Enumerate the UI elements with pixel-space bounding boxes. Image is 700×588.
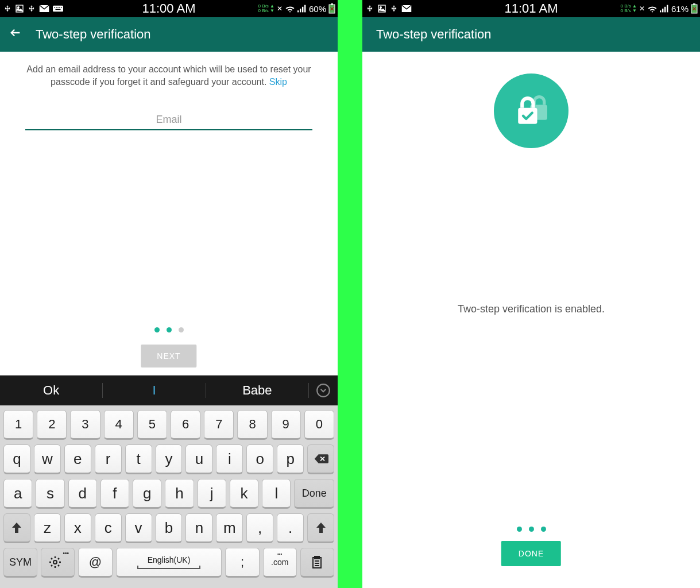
svg-point-17	[317, 384, 330, 397]
key-.[interactable]: .	[277, 513, 304, 543]
status-right-icons: 0 B/s ▲ 0 B/s ▼ ✕ 60% ✕	[258, 3, 338, 14]
key-7[interactable]: 7	[204, 410, 234, 440]
key-z[interactable]: z	[34, 513, 61, 543]
svg-point-18	[53, 560, 57, 564]
dot-1	[517, 527, 522, 532]
key-0[interactable]: 0	[304, 410, 334, 440]
success-icon	[494, 74, 568, 148]
key-u[interactable]: u	[185, 444, 212, 474]
key-x[interactable]: x	[64, 513, 91, 543]
status-right-icons-r: 0 B/s ▲ 0 B/s ▼ ✕ 61% ✕	[621, 3, 700, 14]
mail-icon	[401, 5, 412, 13]
key-j[interactable]: j	[198, 479, 226, 509]
key-5[interactable]: 5	[137, 410, 167, 440]
app-bar: Two-step verification	[0, 17, 338, 52]
status-left-icons-r	[362, 3, 412, 14]
key-1[interactable]: 1	[3, 410, 33, 440]
svg-rect-28	[662, 9, 663, 12]
key-c[interactable]: c	[95, 513, 122, 543]
key-6[interactable]: 6	[171, 410, 200, 440]
dot-2	[529, 527, 534, 532]
done-button[interactable]: DONE	[501, 541, 561, 566]
shift-key[interactable]	[307, 513, 334, 543]
status-time-r: 11:01 AM	[505, 1, 558, 16]
key-m[interactable]: m	[216, 513, 243, 543]
key-8[interactable]: 8	[237, 410, 267, 440]
suggestion-collapse[interactable]	[309, 383, 338, 398]
usb-icon	[366, 3, 374, 14]
back-icon[interactable]	[9, 26, 22, 42]
key-e[interactable]: e	[64, 444, 91, 474]
key-n[interactable]: n	[185, 513, 212, 543]
svg-rect-12	[302, 7, 303, 13]
key-d[interactable]: d	[68, 479, 97, 509]
clipboard-key[interactable]	[300, 548, 334, 578]
vibrate-icon: ✕	[277, 5, 283, 13]
page-indicator	[0, 327, 338, 332]
key-q[interactable]: q	[3, 444, 30, 474]
svg-rect-29	[664, 7, 666, 13]
key-2[interactable]: 2	[37, 410, 67, 440]
key-3[interactable]: 3	[70, 410, 100, 440]
key-;[interactable]: ;	[225, 548, 259, 578]
settings-key[interactable]: •••	[41, 548, 75, 578]
wifi-icon	[647, 5, 658, 13]
svg-rect-15	[331, 3, 333, 5]
dot-3	[179, 327, 184, 332]
phone-right: 11:01 AM 0 B/s ▲ 0 B/s ▼ ✕ 61% ✕ Two-ste…	[362, 0, 700, 588]
suggestion-1[interactable]: Ok	[0, 383, 103, 398]
battery-percent-r: 61%	[671, 4, 689, 14]
mail-icon	[39, 5, 49, 13]
suggestion-2[interactable]: I	[103, 383, 206, 398]
svg-rect-6	[57, 7, 59, 8]
key-s[interactable]: s	[36, 479, 64, 509]
svg-text:✕: ✕	[692, 6, 697, 12]
key-t[interactable]: t	[125, 444, 152, 474]
key-@[interactable]: @	[78, 548, 112, 578]
space-key[interactable]: English(UK)	[116, 548, 222, 578]
key-v[interactable]: v	[125, 513, 152, 543]
data-rate-r: 0 B/s ▲ 0 B/s ▼	[621, 4, 637, 13]
key-h[interactable]: h	[165, 479, 194, 509]
key-g[interactable]: g	[133, 479, 161, 509]
svg-point-25	[380, 7, 382, 9]
key-SYM[interactable]: SYM	[3, 548, 37, 578]
key-Done[interactable]: Done	[294, 479, 334, 509]
svg-rect-5	[56, 7, 57, 8]
key-l[interactable]: l	[262, 479, 291, 509]
usb-icon-2	[28, 3, 36, 14]
key-i[interactable]: i	[216, 444, 243, 474]
content-area-r: Two-step verification is enabled. DONE	[362, 52, 700, 588]
backspace-key[interactable]	[307, 444, 334, 474]
key-w[interactable]: w	[34, 444, 61, 474]
svg-rect-9	[56, 9, 61, 10]
key-9[interactable]: 9	[271, 410, 301, 440]
data-rate: 0 B/s ▲ 0 B/s ▼	[258, 4, 274, 13]
dot-3	[541, 527, 546, 532]
key-p[interactable]: p	[277, 444, 304, 474]
email-field[interactable]	[25, 110, 312, 130]
svg-rect-8	[61, 7, 62, 8]
key-f[interactable]: f	[100, 479, 129, 509]
key-b[interactable]: b	[156, 513, 183, 543]
dot-1	[154, 327, 160, 332]
enabled-text: Two-step verification is enabled.	[362, 303, 700, 315]
next-button[interactable]: NEXT	[141, 345, 196, 368]
key-k[interactable]: k	[230, 479, 258, 509]
app-title-r: Two-step verification	[376, 27, 492, 42]
usb-icon	[3, 3, 11, 14]
shift-key[interactable]	[3, 513, 30, 543]
key-,[interactable]: ,	[246, 513, 273, 543]
wifi-icon	[285, 5, 295, 13]
key-a[interactable]: a	[3, 479, 32, 509]
key-.com[interactable]: .com•••	[263, 548, 297, 578]
svg-rect-20	[315, 556, 319, 559]
svg-point-1	[18, 7, 20, 9]
key-o[interactable]: o	[246, 444, 273, 474]
key-r[interactable]: r	[95, 444, 122, 474]
skip-link[interactable]: Skip	[269, 77, 287, 87]
suggestion-3[interactable]: Babe	[206, 383, 309, 398]
svg-rect-13	[304, 5, 305, 13]
key-4[interactable]: 4	[104, 410, 134, 440]
key-y[interactable]: y	[156, 444, 183, 474]
